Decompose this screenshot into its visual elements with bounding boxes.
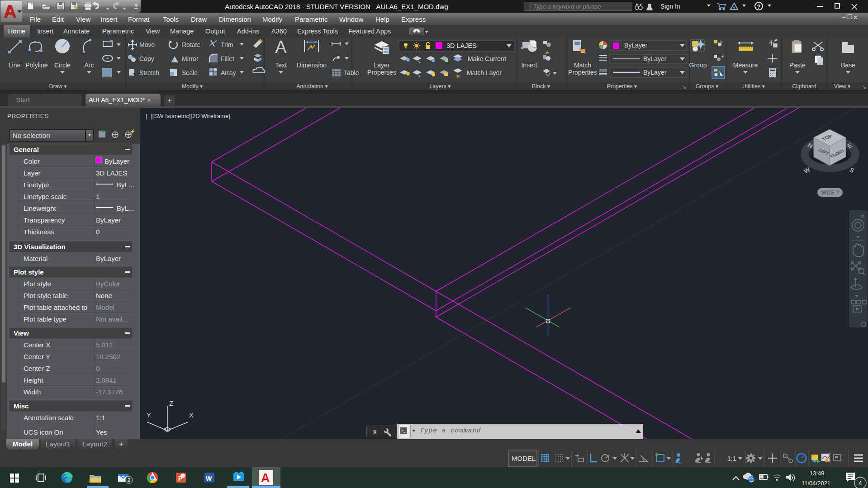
svg-text:2: 2	[128, 477, 130, 483]
svg-text:Linetype scale: Linetype scale	[24, 193, 67, 200]
svg-text:Copy: Copy	[139, 55, 154, 62]
svg-text:ByL...: ByL...	[117, 204, 134, 212]
svg-text:ByLayer: ByLayer	[643, 55, 667, 62]
svg-text:3D Visualization: 3D Visualization	[14, 243, 66, 251]
svg-text:ByColor: ByColor	[96, 280, 120, 288]
svg-text:3D LAJES: 3D LAJES	[96, 169, 127, 177]
svg-text:General: General	[14, 146, 39, 153]
svg-text:Insert: Insert	[521, 62, 537, 69]
svg-text:1:1: 1:1	[96, 414, 105, 422]
svg-text:Layers ▾: Layers ▾	[429, 83, 451, 90]
svg-text:Properties: Properties	[568, 69, 597, 76]
svg-text:View ▾: View ▾	[834, 83, 851, 90]
svg-text:Modify ▾: Modify ▾	[182, 83, 203, 90]
svg-text:↘: ↘	[863, 85, 866, 90]
svg-text:-17.3776: -17.3776	[96, 388, 123, 396]
svg-text:Properties: Properties	[367, 69, 396, 76]
svg-text:Plot table type: Plot table type	[24, 315, 66, 323]
svg-text:Array: Array	[221, 69, 236, 76]
svg-text:Plot table attached to: Plot table attached to	[24, 303, 87, 311]
svg-text:Plot style: Plot style	[24, 280, 51, 288]
svg-text:ByLayer: ByLayer	[96, 255, 121, 262]
svg-text:Base: Base	[841, 62, 855, 69]
svg-text:1:1: 1:1	[727, 455, 736, 462]
svg-text:Not avail...: Not avail...	[96, 315, 128, 323]
svg-text:UCS icon On: UCS icon On	[24, 428, 63, 436]
svg-text:Width: Width	[24, 388, 41, 396]
svg-text:P: P	[178, 475, 182, 482]
svg-text:Scale: Scale	[182, 69, 198, 76]
svg-text:Measure: Measure	[733, 62, 758, 69]
svg-text:Make Current: Make Current	[468, 55, 506, 62]
svg-text:Yes: Yes	[96, 428, 107, 436]
svg-text:Properties ▾: Properties ▾	[607, 83, 637, 90]
svg-text:Annotation scale: Annotation scale	[24, 414, 74, 422]
svg-text:View: View	[14, 329, 29, 337]
svg-text:Block ▾: Block ▾	[532, 83, 550, 90]
svg-text:Match Layer: Match Layer	[467, 69, 502, 76]
svg-text:Line: Line	[9, 62, 21, 69]
svg-text:Plot style table: Plot style table	[24, 292, 68, 299]
svg-text:A: A	[261, 471, 270, 485]
svg-text:Match: Match	[574, 62, 591, 69]
svg-text:Model: Model	[96, 303, 114, 311]
svg-text:Groups ▾: Groups ▾	[696, 83, 719, 90]
svg-text:ByLayer: ByLayer	[624, 42, 648, 49]
svg-text:Mirror: Mirror	[182, 55, 199, 62]
svg-text:A: A	[275, 38, 287, 57]
svg-text:ByLayer: ByLayer	[643, 69, 667, 76]
svg-text:Rotate: Rotate	[182, 41, 200, 48]
svg-text:Arc: Arc	[85, 62, 94, 69]
svg-text:Lineweight: Lineweight	[24, 204, 57, 212]
svg-text:2.0841: 2.0841	[96, 376, 117, 384]
svg-text:MODEL: MODEL	[512, 455, 536, 462]
svg-text:ByLayer: ByLayer	[96, 216, 121, 224]
svg-text:Circle: Circle	[54, 62, 71, 69]
svg-text:Text: Text	[275, 62, 287, 69]
svg-text:Utilities ▾: Utilities ▾	[742, 83, 765, 90]
svg-text:Center Y: Center Y	[24, 353, 50, 360]
svg-text:1: 1	[96, 193, 100, 200]
svg-text:Misc: Misc	[14, 402, 28, 410]
svg-text:Transparency: Transparency	[24, 216, 65, 224]
svg-text:Polyline: Polyline	[25, 62, 47, 69]
svg-text:Draw ▾: Draw ▾	[49, 83, 67, 90]
svg-text:5.012: 5.012	[96, 341, 113, 349]
svg-text:Linetype: Linetype	[24, 181, 49, 189]
svg-text:13:49: 13:49	[810, 470, 825, 477]
svg-text:Table: Table	[344, 69, 359, 76]
svg-text:Stretch: Stretch	[139, 69, 159, 76]
svg-text:Height: Height	[24, 376, 43, 384]
svg-text:11/04/2021: 11/04/2021	[802, 480, 830, 487]
svg-text:Center X: Center X	[24, 341, 50, 349]
svg-text:None: None	[96, 292, 112, 299]
svg-text:Clipboard: Clipboard	[792, 83, 816, 90]
svg-text:Group: Group	[689, 62, 707, 69]
svg-text:Center Z: Center Z	[24, 365, 50, 372]
svg-text:ByLayer: ByLayer	[104, 157, 129, 165]
svg-text:↘: ↘	[683, 85, 686, 90]
svg-text:0: 0	[96, 228, 100, 236]
svg-text:Dimension: Dimension	[297, 62, 327, 69]
svg-text:10.2502: 10.2502	[96, 353, 120, 360]
svg-text:Paste: Paste	[789, 62, 806, 69]
svg-text:0: 0	[96, 365, 100, 372]
svg-text:Fillet: Fillet	[221, 55, 234, 62]
svg-text:Trim: Trim	[221, 41, 233, 48]
svg-text:Plot style: Plot style	[14, 268, 44, 276]
svg-text:4: 4	[859, 479, 862, 487]
svg-text:Move: Move	[139, 41, 155, 48]
svg-text:Thickness: Thickness	[24, 228, 54, 236]
svg-text:Color: Color	[24, 157, 40, 165]
svg-text:+: +	[721, 54, 724, 59]
svg-text:Layer: Layer	[24, 169, 41, 177]
svg-text:Layer: Layer	[374, 62, 389, 69]
svg-text:ByL...: ByL...	[117, 181, 134, 189]
svg-text:Material: Material	[24, 255, 47, 262]
svg-text:W: W	[206, 475, 212, 482]
svg-text:3D LAJES: 3D LAJES	[446, 42, 477, 49]
svg-text:Annotation ▾: Annotation ▾	[296, 83, 328, 90]
